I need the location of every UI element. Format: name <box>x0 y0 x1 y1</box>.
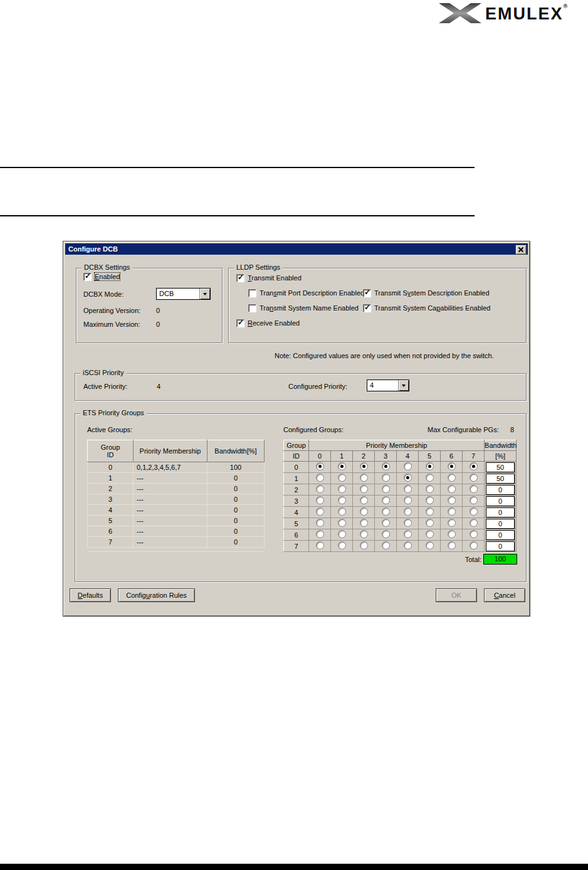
priority-radio-g6-p1[interactable] <box>338 530 346 538</box>
priority-radio-g2-p4[interactable] <box>404 485 412 493</box>
priority-radio-g6-p0[interactable] <box>316 530 324 538</box>
dcbx-mode-select[interactable]: DCB <box>156 288 211 300</box>
priority-radio-g0-p2[interactable] <box>360 462 368 470</box>
priority-radio-g0-p6[interactable] <box>448 462 456 470</box>
dcbx-enabled-checkbox[interactable]: Enabled <box>83 272 120 281</box>
priority-radio-g7-p0[interactable] <box>316 541 324 549</box>
priority-radio-g0-p5[interactable] <box>426 462 434 470</box>
priority-radio-g4-p4[interactable] <box>404 507 412 516</box>
priority-radio-g2-p2[interactable] <box>360 485 368 493</box>
priority-radio-g3-p5[interactable] <box>426 496 434 504</box>
priority-radio-g5-p6[interactable] <box>448 519 456 527</box>
bandwidth-input-g0[interactable]: 50 <box>486 462 515 472</box>
priority-cell-g3-p2 <box>353 496 375 507</box>
priority-radio-g1-p3[interactable] <box>382 474 390 482</box>
checkbox-box <box>248 304 256 312</box>
configured-priority-select[interactable]: 4 <box>367 379 409 391</box>
priority-radio-g5-p0[interactable] <box>316 519 324 527</box>
priority-radio-g6-p5[interactable] <box>426 530 434 538</box>
priority-radio-g5-p4[interactable] <box>404 519 412 527</box>
bandwidth-input-g6[interactable]: 0 <box>486 530 515 540</box>
priority-radio-g2-p0[interactable] <box>316 485 324 493</box>
priority-cell-g0-p0 <box>309 462 331 473</box>
priority-radio-g2-p3[interactable] <box>382 485 390 493</box>
priority-radio-g0-p1[interactable] <box>338 462 346 470</box>
priority-radio-g1-p0[interactable] <box>316 474 324 482</box>
transmit-system-name-checkbox[interactable]: Transmit System Name Enabled <box>248 304 359 312</box>
priority-radio-g7-p3[interactable] <box>382 541 390 549</box>
priority-radio-g4-p1[interactable] <box>338 507 346 516</box>
priority-radio-g3-p3[interactable] <box>382 496 390 504</box>
transmit-system-capabilities-checkbox[interactable]: Transmit System Capabilities Enabled <box>363 304 490 312</box>
priority-cell-g6-p3 <box>375 529 397 541</box>
priority-radio-g4-p5[interactable] <box>426 507 434 516</box>
chevron-down-icon[interactable] <box>199 289 210 299</box>
priority-radio-g6-p4[interactable] <box>404 530 412 538</box>
bandwidth-input-g1[interactable]: 50 <box>486 474 515 484</box>
priority-radio-g0-p7[interactable] <box>470 462 478 470</box>
transmit-system-description-checkbox[interactable]: Transmit System Description Enabled <box>363 289 490 297</box>
priority-radio-g4-p3[interactable] <box>382 507 390 516</box>
bandwidth-input-g2[interactable]: 0 <box>486 485 515 495</box>
ok-button[interactable]: OK <box>436 588 477 602</box>
priority-radio-g5-p3[interactable] <box>382 519 390 527</box>
bandwidth-input-g3[interactable]: 0 <box>486 496 515 506</box>
priority-radio-g4-p7[interactable] <box>470 507 478 516</box>
priority-radio-g5-p5[interactable] <box>426 519 434 527</box>
priority-radio-g1-p6[interactable] <box>448 474 456 482</box>
receive-enabled-checkbox[interactable]: Receive Enabled <box>236 319 300 327</box>
priority-radio-g6-p7[interactable] <box>470 530 478 538</box>
priority-radio-g2-p5[interactable] <box>426 485 434 493</box>
priority-radio-g3-p6[interactable] <box>448 496 456 504</box>
priority-radio-g7-p1[interactable] <box>338 541 346 549</box>
priority-radio-g7-p2[interactable] <box>360 541 368 549</box>
priority-cell-g7-p2 <box>353 541 375 552</box>
active-group-id: 5 <box>88 516 134 526</box>
priority-radio-g0-p3[interactable] <box>382 462 390 470</box>
priority-radio-g2-p1[interactable] <box>338 485 346 493</box>
priority-radio-g3-p1[interactable] <box>338 496 346 504</box>
priority-radio-g6-p6[interactable] <box>448 530 456 538</box>
defaults-button[interactable]: Defaults <box>70 588 111 602</box>
priority-radio-g7-p4[interactable] <box>404 541 412 549</box>
priority-radio-g1-p2[interactable] <box>360 474 368 482</box>
configured-col-priority-7: 7 <box>463 451 485 462</box>
cancel-button[interactable]: Cancel <box>484 588 525 602</box>
priority-radio-g4-p0[interactable] <box>316 507 324 516</box>
priority-radio-g4-p6[interactable] <box>448 507 456 516</box>
close-button[interactable] <box>515 245 527 255</box>
priority-radio-g0-p4[interactable] <box>404 462 412 470</box>
transmit-enabled-checkbox[interactable]: Transmit Enabled <box>236 273 302 282</box>
priority-cell-g5-p2 <box>353 518 375 529</box>
priority-radio-g7-p6[interactable] <box>448 541 456 549</box>
priority-radio-g0-p0[interactable] <box>316 462 324 470</box>
priority-radio-g5-p1[interactable] <box>338 519 346 527</box>
priority-radio-g1-p1[interactable] <box>338 474 346 482</box>
bandwidth-input-g7[interactable]: 0 <box>486 541 515 551</box>
priority-radio-g3-p2[interactable] <box>360 496 368 504</box>
dialog-titlebar[interactable]: Configure DCB <box>65 243 528 255</box>
priority-radio-g3-p0[interactable] <box>316 496 324 504</box>
priority-radio-g1-p4[interactable] <box>404 474 412 482</box>
bandwidth-input-g5[interactable]: 0 <box>486 519 515 529</box>
priority-radio-g5-p2[interactable] <box>360 519 368 527</box>
chevron-down-icon[interactable] <box>398 380 409 391</box>
priority-radio-g7-p7[interactable] <box>470 541 478 549</box>
configuration-rules-button[interactable]: Configuration Rules <box>118 588 195 602</box>
button-label: OK <box>451 591 461 599</box>
priority-radio-g5-p7[interactable] <box>470 519 478 527</box>
priority-radio-g7-p5[interactable] <box>426 541 434 549</box>
priority-radio-g6-p2[interactable] <box>360 530 368 538</box>
bandwidth-input-g4[interactable]: 0 <box>486 507 515 517</box>
transmit-port-description-checkbox[interactable]: Transmit Port Description Enabled <box>248 289 364 297</box>
configured-group-id: 1 <box>284 473 309 484</box>
priority-radio-g6-p3[interactable] <box>382 530 390 538</box>
priority-radio-g1-p5[interactable] <box>426 474 434 482</box>
priority-radio-g3-p7[interactable] <box>470 496 478 504</box>
priority-radio-g2-p6[interactable] <box>448 485 456 493</box>
priority-radio-g3-p4[interactable] <box>404 496 412 504</box>
active-group-row: 00,1,2,3,4,5,6,7100 <box>88 462 265 473</box>
priority-radio-g1-p7[interactable] <box>470 474 478 482</box>
priority-radio-g4-p2[interactable] <box>360 507 368 516</box>
priority-radio-g2-p7[interactable] <box>470 485 478 493</box>
